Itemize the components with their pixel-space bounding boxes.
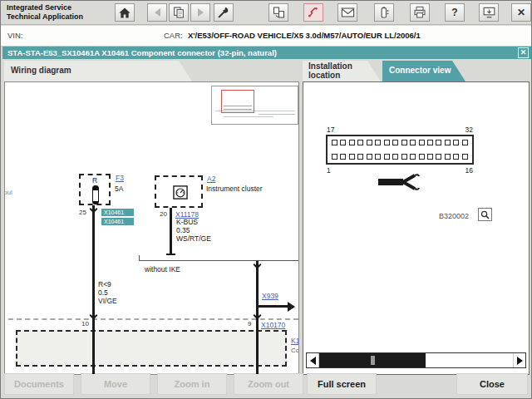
help-button[interactable]: ? <box>445 3 465 22</box>
operations-button[interactable] <box>214 3 234 22</box>
tab-wiring-diagram[interactable]: Wiring diagram <box>4 61 192 81</box>
connector-pin <box>410 140 416 145</box>
connector-pin <box>462 154 468 160</box>
wire-cluster-vertical <box>170 208 172 255</box>
connector-pin <box>392 140 398 145</box>
connector-pin <box>340 154 346 160</box>
full-screen-button[interactable]: Full screen <box>307 373 377 395</box>
forward-button[interactable] <box>190 3 210 22</box>
print-button[interactable] <box>410 3 430 22</box>
app-close-button[interactable]: ✕ <box>511 3 531 22</box>
documents-button[interactable]: Documents <box>4 373 74 395</box>
connector-view-panel: 17 32 1 16 B320002 <box>303 81 530 375</box>
connector-pin <box>384 140 390 145</box>
diagram-overview-minimap[interactable] <box>211 86 298 125</box>
car-label: CAR: <box>164 31 183 40</box>
connector-pin <box>349 140 355 145</box>
pin-number-bottom-left: 1 <box>327 166 331 175</box>
pin-caption-top: 17 32 <box>327 126 473 134</box>
region-ref-link[interactable]: K15 <box>290 337 299 345</box>
control-unit-button[interactable] <box>268 3 288 22</box>
close-button[interactable]: Close <box>456 373 528 395</box>
forward-arrow-icon <box>198 8 204 17</box>
app-close-icon: ✕ <box>517 7 525 18</box>
app-title: Integrated Service Technical Application <box>7 3 83 22</box>
vin-label: VIN: <box>7 31 22 40</box>
tab-installation-location[interactable]: Installation location <box>303 61 381 81</box>
tab-installation-location-label: Installation location <box>308 62 352 80</box>
magnify-button[interactable] <box>478 208 492 221</box>
remote-screen-button[interactable] <box>479 3 499 22</box>
minimap-detail-line <box>224 109 252 110</box>
connector-pin <box>375 140 381 145</box>
scroll-left-button[interactable] <box>307 353 319 367</box>
horizontal-scrollbar[interactable] <box>306 352 526 368</box>
home-button[interactable] <box>115 3 135 22</box>
zoom-out-button-label: Zoom out <box>248 379 289 389</box>
connector-pin <box>340 140 346 145</box>
connector-pin-row <box>332 154 468 160</box>
wire-kbus-size: 0.35 <box>176 226 190 234</box>
connector-tag-1[interactable]: X10461 <box>101 209 134 216</box>
branch-connector-link[interactable]: X10170 <box>260 321 286 329</box>
connector-pin <box>349 154 355 160</box>
battery-button[interactable] <box>374 3 394 22</box>
document-close-button[interactable]: ✕ <box>518 47 529 58</box>
branch-arrow-icon <box>288 302 295 312</box>
fuse-ref-link[interactable]: F3 <box>115 174 125 182</box>
wire-left-color: VI/GE <box>98 297 117 305</box>
fuse-pin-number: 25 <box>78 209 87 216</box>
tab-wiring-diagram-label: Wiring diagram <box>11 66 71 75</box>
minimap-viewport-rect[interactable] <box>221 90 254 113</box>
zoom-in-button[interactable]: Zoom in <box>157 373 227 395</box>
branch-pin-number: 9 <box>247 320 252 328</box>
zoom-out-button[interactable]: Zoom out <box>234 373 303 395</box>
wiring-diagram-panel: oul R F3 5A 25 X10461 X10461 A2 Instrume… <box>4 81 299 375</box>
connector-pin <box>462 140 468 145</box>
back-button[interactable] <box>147 3 167 22</box>
connector-pin <box>445 154 451 160</box>
tab-connector-view[interactable]: Connector view <box>382 61 466 81</box>
hotline-button[interactable] <box>303 3 323 22</box>
connector-pin <box>453 140 459 145</box>
cluster-ref-link[interactable]: A2 <box>206 175 216 183</box>
connector-pin <box>410 154 416 160</box>
connector-pin <box>427 154 433 160</box>
car-value: X'/E53/OFF-ROAD VEHICLE/X5 3.0d/M57/AUTO… <box>188 31 421 40</box>
wire-fuse-vertical <box>92 205 95 375</box>
branch-link[interactable]: X939 <box>261 292 279 300</box>
tab-connector-view-label: Connector view <box>389 66 451 75</box>
cluster-connector-link[interactable]: X11178 <box>175 210 200 219</box>
connector-pin <box>419 154 425 160</box>
harness-dashed-line <box>8 318 298 320</box>
wire-left-name: R<9 <box>98 280 111 288</box>
copy-document-button[interactable] <box>169 3 189 22</box>
toolbar: Integrated Service Technical Application <box>1 1 531 25</box>
app-title-line1: Integrated Service <box>7 3 83 12</box>
fuse-component-box: R <box>79 174 111 205</box>
copy-document-icon <box>172 6 185 19</box>
hotline-icon <box>307 6 320 19</box>
connector-pin <box>367 154 372 160</box>
pin-number-top-left: 17 <box>327 126 334 134</box>
fuse-rating: 5A <box>115 185 123 193</box>
connector-pin <box>375 154 381 160</box>
connector-tag-2[interactable]: X10461 <box>101 218 134 225</box>
help-icon: ? <box>451 7 457 18</box>
connector-pin <box>453 154 459 160</box>
scroll-right-button[interactable] <box>513 353 525 367</box>
image-reference: B320002 <box>439 212 469 220</box>
region-clipped-text: Co <box>290 347 299 354</box>
fuse-icon <box>92 185 99 204</box>
wire-left-size: 0.5 <box>98 288 108 297</box>
scroll-right-icon <box>517 357 523 365</box>
minimap-detail-line <box>224 106 252 106</box>
cluster-pin-number: 20 <box>159 210 168 218</box>
scrollbar-thumb[interactable] <box>319 353 426 367</box>
bus-horizontal-line <box>139 260 298 261</box>
connector-pin <box>401 154 407 160</box>
move-button[interactable]: Move <box>81 373 150 395</box>
connector-pin <box>392 154 398 160</box>
mail-button[interactable] <box>337 3 357 22</box>
scroll-left-icon <box>310 357 316 365</box>
